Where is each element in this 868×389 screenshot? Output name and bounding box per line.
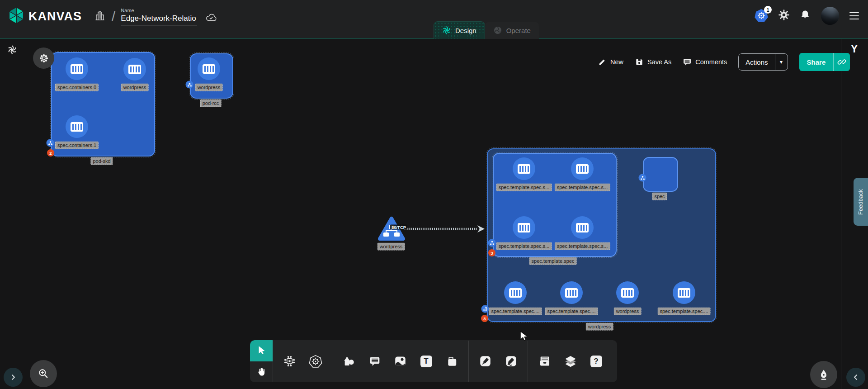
tab-design-label: Design	[455, 27, 476, 34]
save-icon	[635, 57, 644, 66]
design-spiral-icon	[442, 26, 451, 35]
actions-split-button[interactable]: Actions ▾	[738, 53, 788, 71]
tool-image[interactable]	[387, 340, 413, 382]
actions-caret-icon[interactable]: ▾	[775, 54, 788, 70]
container-node[interactable]	[673, 281, 695, 304]
tool-pan[interactable]	[250, 361, 273, 383]
yaml-panel-handle[interactable]: Y	[851, 43, 858, 55]
kubernetes-context-button[interactable]: 1	[755, 9, 768, 23]
sitemap-badge-icon[interactable]	[47, 139, 54, 147]
tab-design[interactable]: Design	[434, 21, 485, 39]
settings-icon[interactable]	[778, 9, 789, 22]
node-label: wordpress	[195, 84, 223, 91]
container-icon	[128, 65, 141, 74]
container-icon	[518, 223, 530, 232]
design-action-bar: New Save As Comments Actions ▾	[598, 52, 850, 71]
actions-label[interactable]: Actions	[739, 54, 774, 70]
tool-components[interactable]	[277, 340, 302, 382]
node-label: spec.template.spec....	[545, 308, 598, 315]
new-button[interactable]: New	[598, 57, 623, 66]
container-node[interactable]	[571, 157, 594, 180]
node-label: wordpress	[377, 243, 405, 251]
help-tool-glyph: ?	[594, 357, 598, 366]
node-label: spec.containers.1	[55, 142, 99, 149]
design-name-input[interactable]: Edge-Network-Relatio	[121, 14, 197, 25]
pen-nib-fab[interactable]	[810, 361, 837, 388]
edge-wordpress-to-deployment[interactable]	[402, 223, 488, 235]
organization-icon[interactable]	[94, 10, 105, 23]
mode-tabs: Design Operate	[434, 21, 539, 39]
container-icon	[518, 164, 530, 174]
container-node[interactable]	[560, 281, 583, 304]
right-rail-divider	[841, 39, 841, 389]
container-icon	[576, 223, 589, 232]
container-node[interactable]	[513, 157, 535, 180]
container-icon	[678, 288, 690, 298]
container-icon	[509, 288, 522, 298]
group-spec-template-spec[interactable]	[493, 153, 617, 257]
tool-pen[interactable]	[472, 340, 498, 382]
comments-button[interactable]: Comments	[683, 57, 727, 66]
container-node[interactable]	[66, 57, 88, 80]
collapse-right-panel-button[interactable]	[846, 368, 865, 387]
node-label: spec.template.spec....	[658, 308, 711, 315]
edge-port-label: 80/TCP	[390, 225, 407, 230]
node-label: wordpress	[121, 84, 149, 91]
container-icon	[621, 288, 634, 298]
design-swirl-badge-icon[interactable]	[481, 305, 489, 313]
text-tool-glyph: T	[424, 357, 428, 366]
container-node[interactable]	[66, 115, 88, 138]
tool-help[interactable]: ?	[583, 340, 609, 382]
container-node[interactable]	[504, 281, 527, 304]
zoom-search-fab[interactable]	[30, 360, 57, 387]
share-split-button[interactable]: Share	[799, 53, 850, 71]
tool-note[interactable]	[439, 340, 465, 382]
menu-icon[interactable]	[849, 12, 859, 20]
comment-icon	[683, 57, 692, 66]
tool-archive-drawer[interactable]	[532, 340, 557, 382]
share-label[interactable]: Share	[799, 53, 834, 71]
tool-kubernetes[interactable]	[302, 340, 328, 382]
pencil-icon	[598, 57, 607, 66]
breadcrumb-separator: /	[112, 9, 115, 24]
node-wordpress-service[interactable]	[378, 216, 405, 243]
node-label: spec.template.spec.s...	[496, 242, 552, 250]
sitemap-badge-icon[interactable]	[488, 239, 496, 247]
error-count-badge[interactable]: 2	[47, 149, 54, 157]
tool-freehand-draw[interactable]	[498, 340, 524, 382]
node-label: spec.containers.0	[55, 84, 99, 91]
sitemap-badge-icon[interactable]	[186, 81, 193, 89]
feedback-tab[interactable]: Feedback	[854, 178, 868, 226]
tab-operate[interactable]: Operate	[485, 22, 539, 39]
sitemap-badge-icon[interactable]	[639, 174, 646, 182]
copy-link-icon[interactable]	[833, 53, 850, 71]
tool-comment[interactable]	[362, 340, 387, 382]
node-label: spec.template.spec.s...	[496, 184, 552, 191]
notifications-icon[interactable]	[800, 9, 811, 22]
kanvas-logo[interactable]	[8, 6, 24, 26]
container-icon	[71, 64, 83, 74]
tool-layers[interactable]	[557, 340, 583, 382]
tool-text[interactable]: T	[413, 340, 439, 382]
error-count-badge[interactable]: 3	[481, 315, 488, 322]
brand-title: KANVAS	[28, 9, 82, 24]
cloud-saved-icon	[204, 12, 218, 24]
error-count-badge[interactable]: 3	[488, 249, 495, 256]
node-label: spec	[652, 193, 667, 200]
group-label: pod-skd	[90, 157, 113, 165]
container-node[interactable]	[123, 58, 146, 81]
group-label: wordpress	[586, 323, 613, 331]
tool-shapes[interactable]	[336, 340, 362, 382]
expand-left-panel-button[interactable]	[4, 368, 23, 387]
tool-select[interactable]	[250, 340, 273, 361]
save-as-button[interactable]: Save As	[635, 57, 671, 66]
user-avatar[interactable]	[821, 7, 839, 25]
container-node[interactable]	[513, 216, 535, 239]
node-label: spec.template.spec....	[489, 308, 542, 315]
history-spiral-icon[interactable]	[7, 45, 17, 57]
container-node[interactable]	[198, 57, 220, 80]
container-node[interactable]	[616, 281, 639, 304]
canvas-config-fab[interactable]	[33, 47, 54, 69]
container-node[interactable]	[571, 216, 594, 239]
node-spec-square[interactable]	[643, 157, 678, 192]
